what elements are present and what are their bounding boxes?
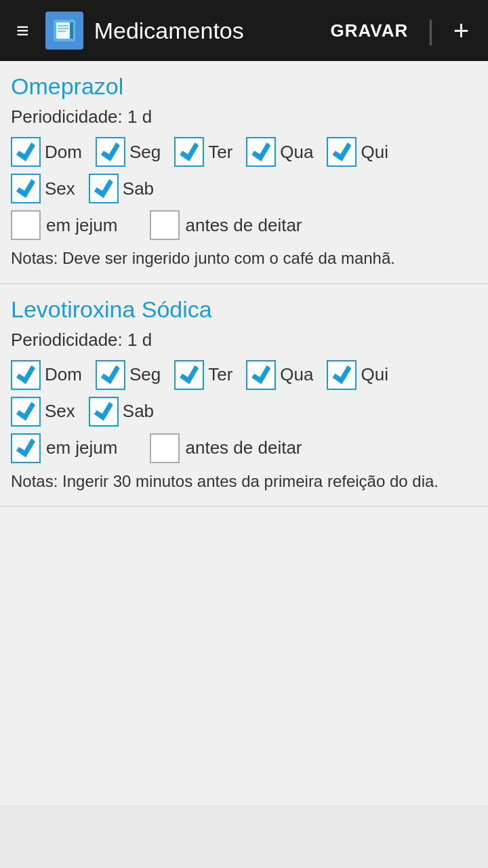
medicine-card-levotiroxina: Levotiroxina Sódica Periodicidade: 1 d D… xyxy=(0,284,488,507)
gravar-button[interactable]: GRAVAR xyxy=(322,15,416,47)
option-em-jejum-label-2: em jejum xyxy=(46,437,117,458)
notas-omeprazol: Notas: Deve ser ingerido junto com o caf… xyxy=(11,247,477,270)
days-row-2-omeprazol: Sex Sab xyxy=(11,174,477,203)
day-sex-2: Sex xyxy=(11,397,75,427)
day-qui: Qui xyxy=(327,137,388,167)
header-divider: | xyxy=(427,16,434,46)
checkbox-em-jejum[interactable] xyxy=(11,210,41,240)
svg-rect-2 xyxy=(56,22,70,39)
day-dom-label: Dom xyxy=(45,142,82,163)
day-sab: Sab xyxy=(89,174,154,203)
checkbox-qua-2[interactable] xyxy=(246,360,276,390)
checkbox-sex[interactable] xyxy=(11,174,41,203)
option-antes-deitar-2: antes de deitar xyxy=(150,433,302,463)
checkbox-qua[interactable] xyxy=(246,137,276,167)
checkbox-seg-2[interactable] xyxy=(96,360,125,390)
day-ter-label: Ter xyxy=(208,142,232,163)
day-dom-label-2: Dom xyxy=(45,364,82,385)
notas-levotiroxina: Notas: Ingerir 30 minutos antes da prime… xyxy=(11,470,477,493)
app-header: ≡ Medicamentos GRAVAR | + xyxy=(0,0,488,61)
day-sab-label-2: Sab xyxy=(123,401,154,422)
day-qui-2: Qui xyxy=(327,360,388,390)
checkbox-qui[interactable] xyxy=(327,137,357,167)
options-row-levotiroxina: em jejum antes de deitar xyxy=(11,433,477,463)
day-seg-label: Seg xyxy=(129,142,161,163)
medicine-name-omeprazol[interactable]: Omeprazol xyxy=(11,73,477,100)
checkbox-antes-deitar[interactable] xyxy=(150,210,180,240)
checkbox-dom[interactable] xyxy=(11,137,41,167)
day-seg-2: Seg xyxy=(96,360,161,390)
checkbox-em-jejum-2[interactable] xyxy=(11,433,41,463)
day-dom-2: Dom xyxy=(11,360,82,390)
day-ter: Ter xyxy=(174,137,232,167)
checkbox-dom-2[interactable] xyxy=(11,360,41,390)
option-antes-deitar-label: antes de deitar xyxy=(185,215,302,236)
option-antes-deitar: antes de deitar xyxy=(150,210,302,240)
periodicidade-levotiroxina: Periodicidade: 1 d xyxy=(11,330,477,351)
day-ter-2: Ter xyxy=(174,360,232,390)
days-row-1-levotiroxina: Dom Seg Ter Qua Qui xyxy=(11,360,477,390)
periodicidade-omeprazol: Periodicidade: 1 d xyxy=(11,106,477,127)
day-qua-label-2: Qua xyxy=(280,364,313,385)
day-seg-label-2: Seg xyxy=(129,364,161,385)
day-qua-2: Qua xyxy=(246,360,313,390)
day-seg: Seg xyxy=(96,137,161,167)
day-sab-2: Sab xyxy=(89,397,154,427)
day-sex-label-2: Sex xyxy=(45,401,75,422)
checkbox-seg[interactable] xyxy=(96,137,125,167)
day-qui-label: Qui xyxy=(361,142,388,163)
day-qui-label-2: Qui xyxy=(361,364,388,385)
day-dom: Dom xyxy=(11,137,82,167)
option-antes-deitar-label-2: antes de deitar xyxy=(185,437,302,458)
checkbox-sab-2[interactable] xyxy=(89,397,119,427)
app-icon xyxy=(45,12,83,50)
option-em-jejum-2: em jejum xyxy=(11,433,117,463)
add-medicine-button[interactable]: + xyxy=(445,10,477,52)
option-em-jejum: em jejum xyxy=(11,210,117,240)
checkbox-ter[interactable] xyxy=(174,137,204,167)
options-row-omeprazol: em jejum antes de deitar xyxy=(11,210,477,240)
empty-area xyxy=(0,507,488,805)
checkbox-sex-2[interactable] xyxy=(11,397,41,427)
checkbox-ter-2[interactable] xyxy=(174,360,204,390)
day-sex: Sex xyxy=(11,174,75,203)
menu-icon[interactable]: ≡ xyxy=(11,13,35,49)
option-em-jejum-label: em jejum xyxy=(46,215,117,236)
medicine-list: Omeprazol Periodicidade: 1 d Dom Seg Ter… xyxy=(0,61,488,805)
medicine-name-levotiroxina[interactable]: Levotiroxina Sódica xyxy=(11,296,477,323)
day-sex-label: Sex xyxy=(45,178,75,199)
day-sab-label: Sab xyxy=(123,178,154,199)
svg-rect-3 xyxy=(70,22,73,39)
checkbox-antes-deitar-2[interactable] xyxy=(150,433,180,463)
day-ter-label-2: Ter xyxy=(208,364,232,385)
checkbox-qui-2[interactable] xyxy=(327,360,357,390)
app-title: Medicamentos xyxy=(94,18,312,44)
checkbox-sab[interactable] xyxy=(89,174,119,203)
medicine-card-omeprazol: Omeprazol Periodicidade: 1 d Dom Seg Ter… xyxy=(0,61,488,284)
days-row-1-omeprazol: Dom Seg Ter Qua Qui xyxy=(11,137,477,167)
day-qua-label: Qua xyxy=(280,142,313,163)
day-qua: Qua xyxy=(246,137,313,167)
days-row-2-levotiroxina: Sex Sab xyxy=(11,397,477,427)
